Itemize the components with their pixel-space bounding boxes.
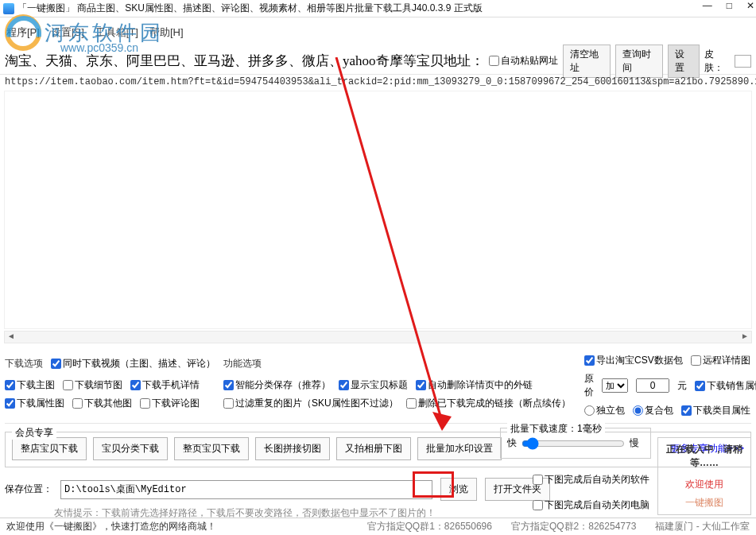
smart-sort-checkbox[interactable]: 智能分类保存（推荐） — [223, 378, 331, 392]
remove-links-checkbox[interactable]: 自动删除详情页中的外链 — [416, 378, 533, 392]
browse-button[interactable]: 浏览 — [440, 478, 477, 501]
download-main-checkbox[interactable]: 下载主图 — [5, 378, 55, 392]
query-time-button[interactable]: 查询时间 — [615, 45, 663, 78]
yupoo-button[interactable]: 又拍相册下图 — [336, 437, 411, 460]
minimize-button[interactable]: — — [703, 0, 712, 11]
save-path-input[interactable] — [60, 480, 432, 499]
window-title: 「一键搬图」 商品主图、SKU属性图、描述图、评论图、视频素材、相册等图片批量下… — [17, 2, 483, 15]
maximize-button[interactable]: □ — [727, 0, 732, 11]
long-image-button[interactable]: 长图拼接切图 — [255, 437, 330, 460]
whole-shop-button[interactable]: 整店宝贝下载 — [12, 437, 87, 460]
watermark-button[interactable]: 批量加水印设置 — [417, 437, 502, 460]
auto-close-pc-checkbox[interactable]: 下图完成后自动关闭电脑 — [533, 498, 649, 512]
function-options-header: 功能选项 — [223, 354, 262, 374]
download-attr-checkbox[interactable]: 下载属性图 — [5, 397, 64, 410]
member-header: 会员专享 — [12, 426, 56, 440]
price-label: 原价 — [584, 372, 594, 399]
auto-close-panel: 下图完成后自动关闭软件 下图完成后自动关闭电脑 — [533, 473, 649, 513]
close-button[interactable]: ✕ — [746, 0, 754, 11]
status-qq2: 官方指定QQ群2：826254773 — [511, 520, 636, 533]
download-sale-attr-checkbox[interactable]: 下载销售属性 — [695, 379, 756, 393]
statusbar: 欢迎使用《一键搬图》，快速打造您的网络商城！ 官方指定QQ群1：82655069… — [0, 518, 756, 535]
price-value-input[interactable] — [636, 378, 669, 393]
watermark-logo — [5, 14, 41, 51]
status-qq1: 官方指定QQ群1：826550696 — [367, 520, 492, 533]
watermark-url: www.pc0359.cn — [60, 41, 138, 54]
function-options-panel: 功能选项 智能分类保存（推荐） 显示宝贝标题 自动删除详情页中的外链 过滤重复的… — [223, 351, 580, 420]
address-label: 淘宝、天猫、京东、阿里巴巴、亚马逊、拼多多、微店、yahoo奇摩等宝贝地址： — [5, 52, 484, 70]
remove-done-checkbox[interactable]: 删除已下载完成的链接（断点续传） — [406, 397, 571, 410]
download-video-checkbox[interactable]: 同时下载视频（主图、描述、评论） — [51, 357, 215, 370]
watermark: 河东软件园 www.pc0359.cn — [5, 14, 164, 51]
show-title-checkbox[interactable]: 显示宝贝标题 — [339, 378, 408, 392]
export-csv-checkbox[interactable]: 导出淘宝CSV数据包 — [584, 354, 683, 367]
remote-detail-checkbox[interactable]: 远程详情图 — [691, 354, 750, 367]
category-button[interactable]: 宝贝分类下载 — [93, 437, 168, 460]
speed-header: 批量下载速度：1毫秒 — [507, 422, 605, 436]
skin-label: 皮肤： — [704, 48, 730, 75]
auto-paste-checkbox[interactable]: 自动粘贴网址 — [489, 54, 558, 68]
download-mobile-checkbox[interactable]: 下载手机详情 — [130, 378, 200, 392]
speed-slow-label: 慢 — [630, 436, 639, 450]
status-location: 福建厦门 - 大仙工作室 — [655, 520, 750, 533]
combo-pack-radio[interactable]: 复合包 — [633, 404, 673, 417]
download-review-checkbox[interactable]: 下载评论图 — [140, 397, 200, 410]
horizontal-scrollbar[interactable]: ◄ ► — [4, 331, 752, 343]
save-path-label: 保存位置： — [5, 483, 52, 496]
content-area — [4, 91, 752, 329]
loading-appname: 一键搬图 — [663, 496, 746, 510]
loading-text: 正在载入中，请稍等…… — [663, 443, 746, 470]
download-cat-attr-checkbox[interactable]: 下载类目属性 — [681, 404, 750, 417]
auto-close-app-checkbox[interactable]: 下图完成后自动关闭软件 — [533, 473, 649, 487]
price-unit: 元 — [677, 379, 687, 393]
status-welcome: 欢迎使用《一键搬图》，快速打造您的网络商城！ — [6, 520, 216, 533]
speed-fast-label: 快 — [507, 436, 517, 450]
scroll-right-icon[interactable]: ► — [739, 331, 751, 343]
app-icon — [3, 3, 14, 14]
download-detail-checkbox[interactable]: 下载细节图 — [63, 378, 122, 392]
settings-button[interactable]: 设置 — [668, 45, 699, 78]
export-options-panel: 导出淘宝CSV数据包 远程详情图 原价 加 元 下载销售属性 独立包 复合包 下… — [584, 351, 751, 420]
whole-page-button[interactable]: 整页宝贝下载 — [174, 437, 249, 460]
loading-panel: 正在载入中，请稍等…… 欢迎使用 一键搬图 — [657, 437, 751, 515]
download-options-panel: 下载选项 同时下载视频（主图、描述、评论） 下载主图 下载细节图 下载手机详情 … — [5, 351, 219, 420]
url-text: https://item.taobao.com/item.htm?ft=t&id… — [0, 75, 756, 91]
download-other-checkbox[interactable]: 下载其他图 — [72, 397, 132, 410]
filter-dup-checkbox[interactable]: 过滤重复的图片（SKU属性图不过滤） — [223, 397, 398, 410]
scroll-left-icon[interactable]: ◄ — [5, 331, 17, 343]
loading-welcome: 欢迎使用 — [663, 478, 746, 491]
skin-picker[interactable] — [735, 55, 751, 68]
standalone-pack-radio[interactable]: 独立包 — [584, 404, 625, 417]
download-options-header: 下载选项 — [5, 354, 43, 374]
price-op-select[interactable]: 加 — [602, 378, 628, 393]
speed-panel: 批量下载速度：1毫秒 快 慢 — [500, 428, 651, 459]
clear-address-button[interactable]: 清空地址 — [563, 45, 611, 78]
speed-slider[interactable] — [521, 437, 625, 450]
